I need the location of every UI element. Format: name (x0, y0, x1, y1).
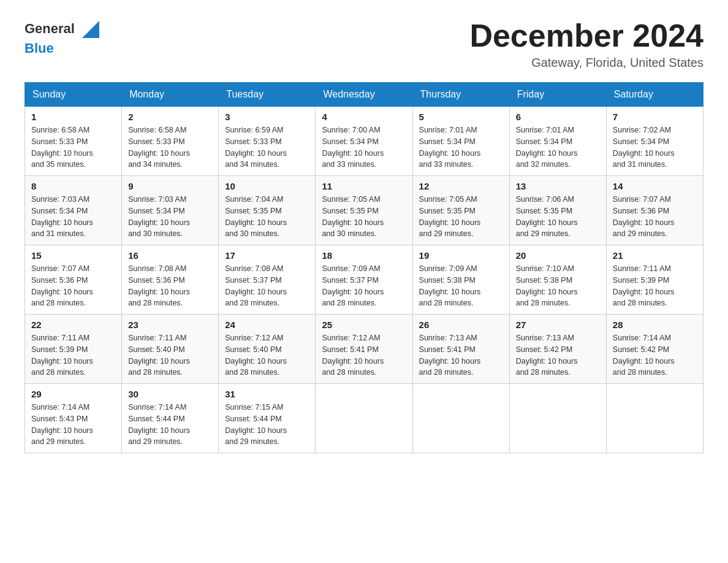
calendar-cell (606, 384, 703, 453)
header-tuesday: Tuesday (219, 83, 316, 107)
day-number: 10 (225, 181, 309, 191)
calendar-week-row: 1 Sunrise: 6:58 AM Sunset: 5:33 PM Dayli… (25, 107, 703, 176)
calendar-cell: 26 Sunrise: 7:13 AM Sunset: 5:41 PM Dayl… (412, 315, 509, 384)
calendar-cell: 25 Sunrise: 7:12 AM Sunset: 5:41 PM Dayl… (316, 315, 412, 384)
calendar-cell: 10 Sunrise: 7:04 AM Sunset: 5:35 PM Dayl… (219, 176, 316, 245)
day-number: 27 (516, 320, 600, 330)
day-number: 24 (225, 320, 309, 330)
day-number: 12 (419, 181, 503, 191)
calendar-cell: 14 Sunrise: 7:07 AM Sunset: 5:36 PM Dayl… (606, 176, 703, 245)
day-info: Sunrise: 7:11 AM Sunset: 5:39 PM Dayligh… (613, 263, 697, 309)
day-info: Sunrise: 7:15 AM Sunset: 5:44 PM Dayligh… (225, 402, 309, 448)
day-number: 9 (128, 181, 212, 191)
header-friday: Friday (509, 83, 606, 107)
day-info: Sunrise: 7:08 AM Sunset: 5:36 PM Dayligh… (128, 263, 212, 309)
day-info: Sunrise: 7:14 AM Sunset: 5:44 PM Dayligh… (128, 402, 212, 448)
header-wednesday: Wednesday (316, 83, 412, 107)
logo: General Blue (25, 18, 102, 56)
day-info: Sunrise: 6:59 AM Sunset: 5:33 PM Dayligh… (225, 124, 309, 170)
day-number: 2 (128, 112, 212, 122)
day-number: 30 (128, 389, 212, 399)
title-area: December 2024 Gateway, Florida, United S… (469, 18, 703, 70)
calendar-cell: 13 Sunrise: 7:06 AM Sunset: 5:35 PM Dayl… (509, 176, 606, 245)
calendar-cell: 8 Sunrise: 7:03 AM Sunset: 5:34 PM Dayli… (25, 176, 122, 245)
weekday-header-row: Sunday Monday Tuesday Wednesday Thursday… (25, 83, 703, 107)
header-sunday: Sunday (25, 83, 122, 107)
day-number: 11 (322, 181, 406, 191)
calendar-cell: 18 Sunrise: 7:09 AM Sunset: 5:37 PM Dayl… (316, 245, 412, 315)
header-saturday: Saturday (606, 83, 703, 107)
logo-blue-text (75, 21, 102, 36)
day-number: 1 (31, 112, 115, 122)
day-number: 16 (128, 250, 212, 261)
day-info: Sunrise: 7:11 AM Sunset: 5:40 PM Dayligh… (128, 332, 212, 378)
calendar-cell: 4 Sunrise: 7:00 AM Sunset: 5:34 PM Dayli… (316, 107, 412, 176)
day-number: 23 (128, 320, 212, 330)
location-subtitle: Gateway, Florida, United States (469, 56, 703, 70)
day-number: 14 (613, 181, 697, 191)
day-number: 28 (613, 320, 697, 330)
calendar-cell: 15 Sunrise: 7:07 AM Sunset: 5:36 PM Dayl… (25, 245, 122, 315)
day-info: Sunrise: 7:02 AM Sunset: 5:34 PM Dayligh… (613, 124, 697, 170)
calendar-cell (412, 384, 509, 453)
day-number: 20 (516, 250, 600, 261)
calendar-cell: 11 Sunrise: 7:05 AM Sunset: 5:35 PM Dayl… (316, 176, 412, 245)
calendar-cell: 2 Sunrise: 6:58 AM Sunset: 5:33 PM Dayli… (122, 107, 219, 176)
calendar-cell (316, 384, 412, 453)
logo-icon (80, 18, 102, 40)
day-number: 8 (31, 181, 115, 191)
calendar-cell: 6 Sunrise: 7:01 AM Sunset: 5:34 PM Dayli… (509, 107, 606, 176)
day-info: Sunrise: 7:09 AM Sunset: 5:37 PM Dayligh… (322, 263, 406, 309)
calendar-cell: 21 Sunrise: 7:11 AM Sunset: 5:39 PM Dayl… (606, 245, 703, 315)
calendar-cell: 24 Sunrise: 7:12 AM Sunset: 5:40 PM Dayl… (219, 315, 316, 384)
day-info: Sunrise: 6:58 AM Sunset: 5:33 PM Dayligh… (128, 124, 212, 170)
day-info: Sunrise: 7:05 AM Sunset: 5:35 PM Dayligh… (419, 194, 503, 240)
day-info: Sunrise: 7:01 AM Sunset: 5:34 PM Dayligh… (419, 124, 503, 170)
day-number: 31 (225, 389, 309, 399)
day-number: 15 (31, 250, 115, 261)
calendar-cell: 12 Sunrise: 7:05 AM Sunset: 5:35 PM Dayl… (412, 176, 509, 245)
day-info: Sunrise: 6:58 AM Sunset: 5:33 PM Dayligh… (31, 124, 115, 170)
day-info: Sunrise: 7:04 AM Sunset: 5:35 PM Dayligh… (225, 194, 309, 240)
calendar-week-row: 15 Sunrise: 7:07 AM Sunset: 5:36 PM Dayl… (25, 245, 703, 315)
header-thursday: Thursday (412, 83, 509, 107)
calendar-table: Sunday Monday Tuesday Wednesday Thursday… (25, 82, 703, 453)
day-info: Sunrise: 7:13 AM Sunset: 5:41 PM Dayligh… (419, 332, 503, 378)
page-header: General Blue December 2024 Gateway, Flor… (25, 18, 703, 70)
day-info: Sunrise: 7:03 AM Sunset: 5:34 PM Dayligh… (31, 194, 115, 240)
day-number: 17 (225, 250, 309, 261)
day-info: Sunrise: 7:12 AM Sunset: 5:40 PM Dayligh… (225, 332, 309, 378)
day-info: Sunrise: 7:09 AM Sunset: 5:38 PM Dayligh… (419, 263, 503, 309)
calendar-cell: 22 Sunrise: 7:11 AM Sunset: 5:39 PM Dayl… (25, 315, 122, 384)
logo-general: General (25, 21, 75, 36)
day-number: 25 (322, 320, 406, 330)
calendar-cell: 7 Sunrise: 7:02 AM Sunset: 5:34 PM Dayli… (606, 107, 703, 176)
calendar-week-row: 29 Sunrise: 7:14 AM Sunset: 5:43 PM Dayl… (25, 384, 703, 453)
header-monday: Monday (122, 83, 219, 107)
calendar-cell: 1 Sunrise: 6:58 AM Sunset: 5:33 PM Dayli… (25, 107, 122, 176)
day-number: 19 (419, 250, 503, 261)
day-info: Sunrise: 7:07 AM Sunset: 5:36 PM Dayligh… (31, 263, 115, 309)
day-info: Sunrise: 7:14 AM Sunset: 5:43 PM Dayligh… (31, 402, 115, 448)
day-info: Sunrise: 7:10 AM Sunset: 5:38 PM Dayligh… (516, 263, 600, 309)
day-info: Sunrise: 7:01 AM Sunset: 5:34 PM Dayligh… (516, 124, 600, 170)
day-info: Sunrise: 7:00 AM Sunset: 5:34 PM Dayligh… (322, 124, 406, 170)
day-number: 13 (516, 181, 600, 191)
calendar-cell: 19 Sunrise: 7:09 AM Sunset: 5:38 PM Dayl… (412, 245, 509, 315)
day-number: 3 (225, 112, 309, 122)
calendar-cell: 23 Sunrise: 7:11 AM Sunset: 5:40 PM Dayl… (122, 315, 219, 384)
day-info: Sunrise: 7:08 AM Sunset: 5:37 PM Dayligh… (225, 263, 309, 309)
calendar-cell: 27 Sunrise: 7:13 AM Sunset: 5:42 PM Dayl… (509, 315, 606, 384)
logo-block: General Blue (25, 18, 102, 56)
calendar-cell (509, 384, 606, 453)
calendar-week-row: 22 Sunrise: 7:11 AM Sunset: 5:39 PM Dayl… (25, 315, 703, 384)
calendar-week-row: 8 Sunrise: 7:03 AM Sunset: 5:34 PM Dayli… (25, 176, 703, 245)
logo-blue: Blue (25, 40, 54, 56)
day-info: Sunrise: 7:05 AM Sunset: 5:35 PM Dayligh… (322, 194, 406, 240)
month-title: December 2024 (469, 18, 703, 53)
day-info: Sunrise: 7:07 AM Sunset: 5:36 PM Dayligh… (613, 194, 697, 240)
day-number: 22 (31, 320, 115, 330)
day-info: Sunrise: 7:03 AM Sunset: 5:34 PM Dayligh… (128, 194, 212, 240)
day-info: Sunrise: 7:06 AM Sunset: 5:35 PM Dayligh… (516, 194, 600, 240)
day-info: Sunrise: 7:12 AM Sunset: 5:41 PM Dayligh… (322, 332, 406, 378)
